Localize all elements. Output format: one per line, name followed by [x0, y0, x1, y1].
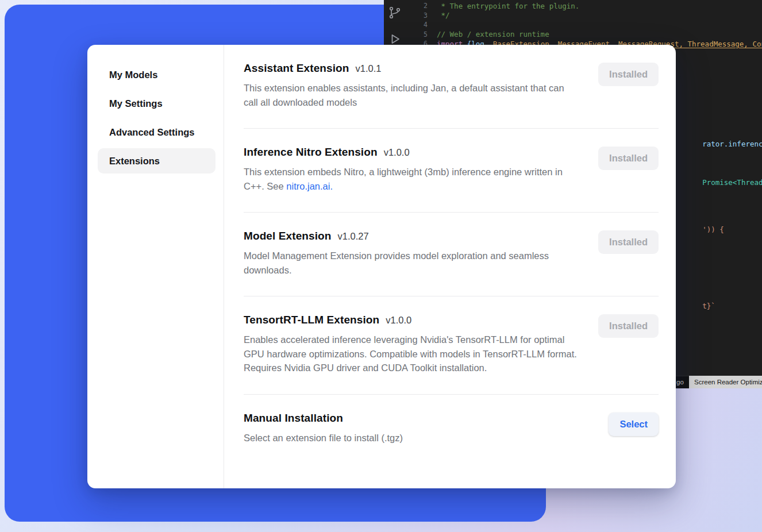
code-text: ')) {	[702, 225, 724, 234]
source-control-icon[interactable]	[388, 6, 402, 20]
extension-title: Assistant Extension	[244, 62, 349, 75]
code-fragment: t}`	[676, 293, 715, 319]
extension-info: TensortRT-LLM Extension v1.0.0 Enables a…	[244, 314, 580, 375]
code-fragment: ')) {	[676, 217, 724, 242]
code-fragment: Promise<ThreadMessage>	[676, 169, 762, 195]
extension-info: Model Extension v1.0.27 Model Management…	[244, 230, 580, 277]
select-file-button[interactable]: Select	[609, 413, 659, 436]
code-text: */	[437, 11, 450, 20]
code-text: Promise<ThreadMessage>	[702, 178, 762, 187]
extension-description: This extension enables assistants, inclu…	[244, 81, 580, 109]
extension-heading: Manual Installation	[244, 412, 403, 425]
extension-description: Enables accelerated inference leveraging…	[244, 333, 580, 375]
extension-description: This extension embeds Nitro, a lightweig…	[244, 165, 580, 193]
code-line: 4	[415, 20, 762, 30]
installed-button-assistant[interactable]: Installed	[598, 63, 659, 86]
desktop: 2 * The entrypoint for the plugin. 3 */ …	[0, 0, 762, 532]
settings-sidebar: My Models My Settings Advanced Settings …	[87, 45, 224, 488]
line-number: 4	[415, 21, 428, 29]
extension-info: Manual Installation Select an extension …	[244, 412, 403, 445]
code-text: * The entrypoint for the plugin.	[437, 2, 579, 10]
line-number: 3	[415, 11, 428, 20]
installed-button-inference-nitro[interactable]: Installed	[598, 147, 659, 170]
sidebar-item-label: My Settings	[109, 98, 163, 109]
code-text: t}`	[702, 302, 715, 310]
line-number: 2	[415, 2, 428, 10]
sidebar-item-label: Advanced Settings	[109, 127, 195, 138]
extension-version: v1.0.27	[337, 231, 368, 242]
manual-installation-row: Manual Installation Select an extension …	[244, 395, 659, 457]
extension-heading: Model Extension v1.0.27	[244, 230, 580, 242]
manual-installation-title: Manual Installation	[244, 412, 343, 425]
code-line: 2 * The entrypoint for the plugin.	[415, 1, 762, 11]
sidebar-item-extensions[interactable]: Extensions	[98, 148, 215, 174]
run-debug-icon[interactable]	[388, 32, 402, 46]
code-fragment: rator.inference(data));	[676, 131, 762, 157]
line-number: 5	[415, 30, 428, 38]
extension-row-model: Model Extension v1.0.27 Model Management…	[244, 213, 659, 296]
installed-button-model[interactable]: Installed	[598, 230, 659, 254]
code-line: 5 // Web / extension runtime	[415, 30, 762, 40]
extensions-panel: Assistant Extension v1.0.1 This extensio…	[224, 45, 676, 488]
sidebar-item-my-models[interactable]: My Models	[98, 62, 215, 87]
sidebar-item-label: Extensions	[109, 156, 160, 167]
extension-version: v1.0.1	[356, 63, 382, 74]
extension-title: TensortRT-LLM Extension	[244, 314, 379, 326]
extension-heading: Inference Nitro Extension v1.0.0	[244, 146, 580, 159]
extension-version: v1.0.0	[384, 147, 410, 158]
sidebar-item-my-settings[interactable]: My Settings	[98, 91, 215, 116]
sidebar-item-advanced-settings[interactable]: Advanced Settings	[98, 119, 215, 145]
screen-reader-optimized-status[interactable]: Screen Reader Optimize	[689, 376, 762, 388]
extension-info: Assistant Extension v1.0.1 This extensio…	[244, 62, 580, 109]
extension-description: Model Management Extension provides mode…	[244, 249, 580, 277]
extension-version: v1.0.0	[386, 315, 411, 326]
installed-button-tensorrt-llm[interactable]: Installed	[598, 314, 659, 338]
extension-title: Inference Nitro Extension	[244, 146, 378, 159]
manual-installation-description: Select an extension file to install (.tg…	[244, 431, 403, 445]
extension-heading: TensortRT-LLM Extension v1.0.0	[244, 314, 580, 326]
settings-modal: My Models My Settings Advanced Settings …	[87, 45, 676, 488]
extension-row-tensorrt-llm: TensortRT-LLM Extension v1.0.0 Enables a…	[244, 296, 659, 395]
extension-info: Inference Nitro Extension v1.0.0 This ex…	[244, 146, 580, 193]
sidebar-item-label: My Models	[109, 70, 157, 80]
extension-row-inference-nitro: Inference Nitro Extension v1.0.0 This ex…	[244, 129, 659, 213]
extension-row-assistant: Assistant Extension v1.0.1 This extensio…	[244, 45, 659, 129]
code-text: rator.inference(data));	[702, 140, 762, 148]
extension-heading: Assistant Extension v1.0.1	[244, 62, 580, 75]
code-line: 3 */	[415, 11, 762, 21]
code-area: 2 * The entrypoint for the plugin. 3 */ …	[415, 1, 762, 49]
statusbar-language-indicator[interactable]: go	[676, 376, 684, 388]
extension-title: Model Extension	[244, 230, 331, 242]
code-text: // Web / extension runtime	[437, 30, 549, 38]
nitro-jan-ai-link[interactable]: nitro.jan.ai.	[286, 181, 333, 191]
